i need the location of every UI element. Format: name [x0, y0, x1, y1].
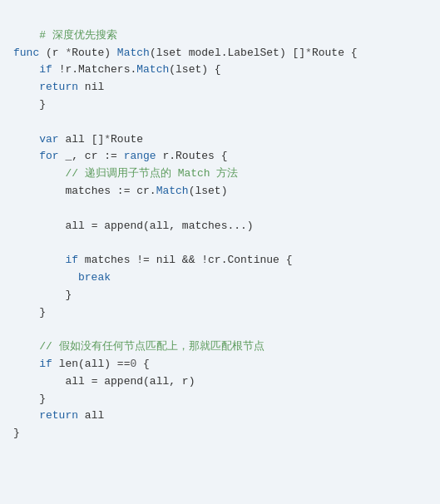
comment-recursive: // 递归调用子节点的 Match 方法 [65, 167, 238, 180]
line-closing-brace: } [13, 427, 20, 439]
line-brace4: } [39, 393, 46, 405]
line-brace2: } [65, 289, 72, 301]
comment-root: // 假如没有任何节点匹配上，那就匹配根节点 [39, 340, 264, 353]
line-matches: matches := cr.Match(lset) [65, 185, 227, 197]
func-keyword: func (r *Route) Match(lset model.LabelSe… [13, 47, 358, 59]
line-brace1: } [39, 98, 46, 111]
line-return-all: return all [39, 409, 104, 422]
line-if2: if matches != nil && !cr.Continue { [65, 254, 292, 266]
comment-title: # 深度优先搜索 [39, 29, 117, 42]
line-if3: if len(all) ==0 { [39, 358, 150, 370]
line-return: return nil [39, 81, 104, 93]
code-container: # 深度优先搜索 func (r *Route) Match(lset mode… [0, 0, 440, 504]
code-block: # 深度优先搜索 func (r *Route) Match(lset mode… [13, 10, 427, 460]
line-append1: all = append(all, matches...) [65, 220, 253, 232]
line-brace3: } [39, 306, 46, 319]
line-append2: all = append(all, r) [65, 375, 195, 388]
line-var: var all []*Route [39, 133, 143, 146]
line-break: break [78, 271, 111, 284]
line-for: for _, cr := range r.Routes { [39, 150, 227, 162]
line-if1: if !r.Matchers.Match(lset) { [39, 63, 220, 76]
